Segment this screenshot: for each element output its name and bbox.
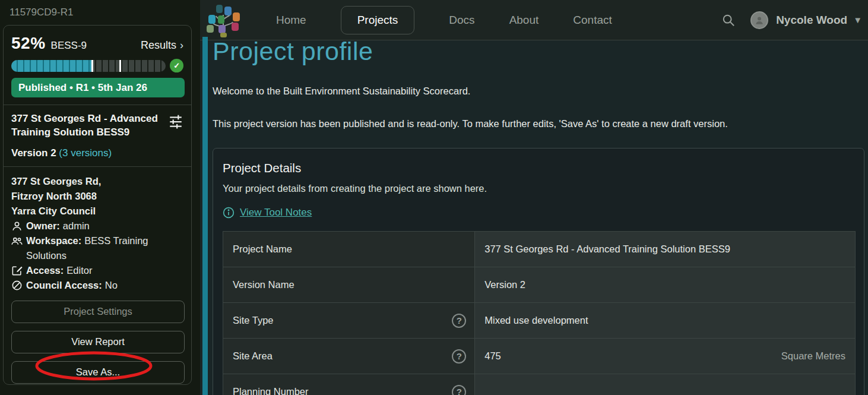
published-status-badge: Published • R1 • 5th Jan 26 bbox=[11, 78, 185, 97]
edit-access-icon bbox=[11, 265, 23, 276]
address-line-2: Fitzroy North 3068 bbox=[11, 189, 97, 204]
progress-marker bbox=[119, 60, 121, 72]
page-title: Project profile bbox=[213, 37, 868, 66]
access-label: Access: bbox=[26, 265, 64, 276]
nav-item-contact[interactable]: Contact bbox=[573, 14, 612, 27]
project-reference: 11579CD9-R1 bbox=[9, 7, 73, 18]
top-navigation-bar: Home Projects Docs About Contact Nycole … bbox=[200, 0, 868, 40]
block-icon bbox=[11, 280, 23, 291]
score-progress-bar bbox=[11, 60, 166, 72]
card-subtitle: Your project details from creating the p… bbox=[223, 183, 854, 194]
help-icon[interactable]: ? bbox=[452, 349, 466, 364]
table-row-label: Site Area ? bbox=[223, 339, 474, 374]
version-name: Version 2 bbox=[11, 147, 56, 159]
user-avatar[interactable] bbox=[750, 11, 768, 29]
table-row: Project Name ? 377 St Georges Rd - Advan… bbox=[223, 232, 855, 267]
project-summary-card: 52% BESS-9 Results › ✓ Published • R1 • … bbox=[3, 25, 192, 385]
table-row: Site Area ? 475 Square Metres bbox=[223, 339, 855, 374]
progress-fill bbox=[11, 60, 91, 72]
teal-accent-bar bbox=[202, 37, 208, 395]
person-icon bbox=[11, 220, 23, 232]
save-as-button[interactable]: Save As... bbox=[11, 361, 185, 384]
divider bbox=[4, 105, 191, 105]
card-title: Project Details bbox=[223, 161, 854, 175]
project-details-card: Project Details Your project details fro… bbox=[213, 148, 864, 395]
table-row-label: Planning Number ? bbox=[223, 374, 474, 395]
table-row-value: 475 Square Metres bbox=[474, 339, 855, 374]
divider bbox=[4, 166, 191, 167]
tool-notes-anchor[interactable]: View Tool Notes bbox=[240, 207, 312, 219]
workspace-label: Workspace: bbox=[26, 235, 81, 246]
welcome-text: Welcome to the Built Environment Sustain… bbox=[213, 86, 868, 97]
access-value: Editor bbox=[66, 265, 92, 276]
view-report-button[interactable]: View Report bbox=[11, 331, 185, 353]
chevron-right-icon: › bbox=[180, 39, 183, 52]
owner-label: Owner: bbox=[26, 220, 60, 231]
owner-value: admin bbox=[63, 220, 90, 231]
address-line-3: Yarra City Council bbox=[11, 204, 96, 219]
progress-marker bbox=[91, 60, 93, 72]
nav-item-home[interactable]: Home bbox=[276, 14, 306, 27]
nav-item-projects[interactable]: Projects bbox=[341, 6, 415, 34]
nav-item-about[interactable]: About bbox=[509, 14, 539, 27]
info-icon bbox=[223, 207, 235, 219]
council-access-value: No bbox=[105, 280, 118, 290]
unit-suffix: Square Metres bbox=[781, 350, 845, 362]
chevron-down-icon[interactable]: ▼ bbox=[853, 15, 862, 25]
tool-version-label: BESS-9 bbox=[51, 40, 87, 52]
search-icon[interactable] bbox=[722, 14, 735, 27]
table-row-value bbox=[474, 374, 855, 395]
tune-settings-icon[interactable] bbox=[168, 113, 183, 129]
bess-logo bbox=[205, 3, 242, 37]
main-content: Project profile Welcome to the Built Env… bbox=[200, 40, 868, 395]
table-row: Site Type ? Mixed use development bbox=[223, 303, 855, 339]
table-row-label: Site Type ? bbox=[223, 303, 474, 338]
bess-app: 11579CD9-R1 52% BESS-9 Results › ✓ Publi… bbox=[0, 0, 868, 395]
help-icon[interactable]: ? bbox=[452, 385, 466, 395]
project-details-table: Project Name ? 377 St Georges Rd - Advan… bbox=[223, 231, 856, 395]
table-row: Planning Number ? bbox=[223, 374, 855, 395]
version-count-link[interactable]: (3 versions) bbox=[59, 147, 112, 159]
table-row-value: Mixed use development bbox=[474, 303, 855, 338]
results-link[interactable]: Results › bbox=[141, 39, 183, 52]
table-row-label: Project Name ? bbox=[223, 232, 474, 267]
table-row-value: Version 2 bbox=[474, 267, 855, 302]
help-icon[interactable]: ? bbox=[452, 314, 466, 328]
nav-item-docs[interactable]: Docs bbox=[449, 14, 474, 27]
check-badge-icon: ✓ bbox=[170, 59, 183, 72]
score-percent: 52% bbox=[11, 34, 46, 53]
table-row-value: 377 St Georges Rd - Advanced Training So… bbox=[474, 232, 855, 267]
table-row: Version Name ? Version 2 bbox=[223, 267, 855, 303]
avatar-person-icon bbox=[754, 15, 765, 26]
table-row-label: Version Name ? bbox=[223, 267, 474, 302]
council-access-label: Council Access: bbox=[26, 280, 102, 290]
read-only-notice: This project version has been published … bbox=[213, 118, 868, 129]
view-tool-notes-link[interactable]: View Tool Notes bbox=[223, 207, 854, 219]
project-sidebar: 11579CD9-R1 52% BESS-9 Results › ✓ Publi… bbox=[0, 0, 200, 395]
address-line-1: 377 St Georges Rd, bbox=[11, 174, 101, 189]
workspace-people-icon bbox=[11, 235, 23, 247]
project-title: 377 St Georges Rd - Advanced Training So… bbox=[11, 112, 163, 140]
project-settings-button[interactable]: Project Settings bbox=[11, 301, 185, 323]
user-name[interactable]: Nycole Wood bbox=[776, 14, 847, 27]
